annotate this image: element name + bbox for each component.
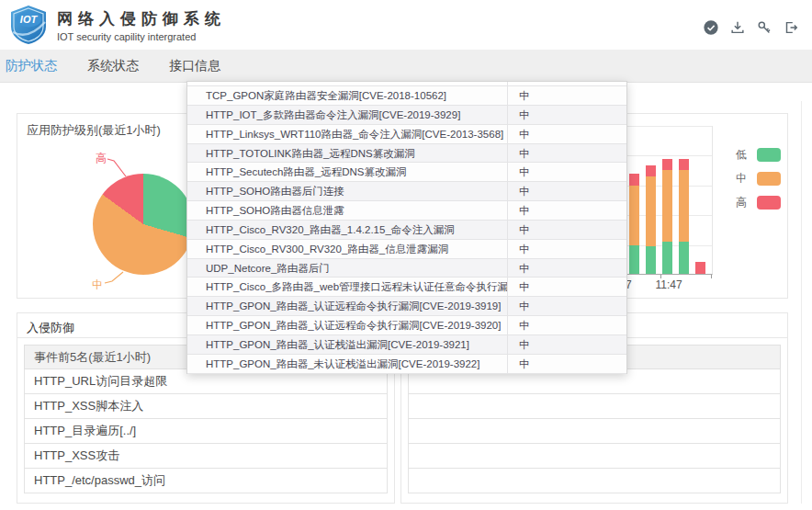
vulnerability-row[interactable]: HTTP_Cisco_RV300_RV320_路由器_信息泄露漏洞 中: [187, 240, 626, 259]
vulnerability-severity: 中: [508, 201, 626, 220]
bar-chart-legend: 低 中 高: [736, 147, 781, 219]
bar-segment-low: [679, 242, 689, 274]
bar-segment-low: [646, 246, 656, 274]
vulnerability-name: HTTP_Cisco_RV300_RV320_路由器_信息泄露漏洞: [187, 240, 508, 258]
vulnerability-severity: 中: [508, 278, 626, 296]
vulnerability-severity: 中: [508, 259, 626, 278]
legend-item[interactable]: 高: [736, 195, 781, 210]
x-axis-label: 11:47: [653, 278, 684, 291]
legend-swatch-icon: [757, 196, 781, 210]
vulnerability-row[interactable]: HTTP_GPON_路由器_认证远程命令执行漏洞[CVE-2019-3919] …: [187, 297, 626, 316]
panel-title: 入侵防御: [27, 320, 74, 336]
pie-label-mid: 中: [92, 278, 103, 293]
vulnerability-severity: 中: [508, 163, 626, 181]
vulnerability-severity: 中: [508, 221, 626, 239]
vulnerability-name: HTTP_GPON_路由器_认证远程命令执行漏洞[CVE-2019-3920]: [187, 316, 508, 334]
vulnerability-name: HTTP_TOTOLINK路由器_远程DNS篡改漏洞: [187, 144, 508, 163]
app-header: IOT 网络入侵防御系统 IOT security capility inter…: [0, 0, 812, 50]
stacked-bar: [695, 262, 705, 274]
vulnerability-name: UDP_Netcore_路由器后门: [187, 259, 508, 278]
key-icon[interactable]: [756, 19, 773, 36]
vulnerability-severity: 中: [508, 125, 626, 143]
nav-tab[interactable]: 系统状态: [87, 58, 139, 74]
stacked-bar: [629, 174, 639, 274]
legend-item[interactable]: 低: [736, 147, 781, 163]
table-body: [408, 369, 781, 493]
dropdown-rows: TCP_GPON家庭路由器安全漏洞[CVE-2018-10562] 中 HTTP…: [187, 86, 626, 374]
event-row: HTTP_/etc/passwd_访问: [24, 469, 388, 493]
legend-label: 中: [736, 171, 750, 187]
event-row-empty: [408, 469, 781, 493]
vulnerability-name: HTTP_Cisco_RV320_路由器_1.4.2.15_命令注入漏洞: [187, 221, 508, 239]
vulnerability-name: HTTP_Linksys_WRT110路由器_命令注入漏洞[CVE-2013-3…: [187, 125, 508, 143]
bar-segment-high: [646, 165, 656, 176]
event-row-empty: [408, 419, 781, 444]
legend-label: 低: [736, 147, 750, 163]
vulnerability-row[interactable]: HTTP_SOHO路由器信息泄露 中: [187, 201, 626, 221]
vulnerability-name: HTTP_GPON_路由器_认证远程命令执行漏洞[CVE-2019-3919]: [187, 297, 508, 315]
vulnerability-name: HTTP_GPON_路由器_未认证栈溢出漏洞[CVE-2019-3922]: [187, 355, 508, 373]
legend-swatch-icon: [757, 148, 781, 162]
x-axis-tick: [711, 275, 712, 278]
vulnerability-severity: 中: [508, 355, 626, 373]
app-subtitle: IOT security capility intergrated: [57, 31, 226, 42]
vulnerability-name: HTTP_SOHO路由器信息泄露: [187, 201, 508, 220]
legend-item[interactable]: 中: [736, 171, 781, 187]
vulnerability-row[interactable]: HTTP_Cisco_RV320_路由器_1.4.2.15_命令注入漏洞 中: [187, 221, 626, 240]
vulnerability-row[interactable]: HTTP_GPON_路由器_认证栈溢出漏洞[CVE-2019-3921] 中: [187, 335, 626, 355]
download-icon[interactable]: [729, 19, 746, 36]
header-actions: [703, 19, 799, 36]
vulnerability-severity: 中: [508, 106, 626, 124]
bar-segment-mid: [646, 176, 656, 246]
iot-logo-icon: IOT: [7, 4, 50, 46]
bar-segment-high: [662, 159, 672, 170]
vulnerability-row[interactable]: HTTP_IOT_多款路由器命令注入漏洞[CVE-2019-3929] 中: [187, 106, 626, 125]
legend-label: 高: [736, 195, 750, 210]
vulnerability-row[interactable]: HTTP_GPON_路由器_未认证栈溢出漏洞[CVE-2019-3922] 中: [187, 355, 626, 374]
vulnerability-severity: 中: [508, 86, 626, 105]
pie-label-high: 高: [96, 151, 107, 166]
nav-tab[interactable]: 防护状态: [6, 58, 57, 74]
pie-chart-title: 应用防护级别(最近1小时): [27, 122, 161, 139]
bar-segment-low: [662, 242, 672, 274]
stacked-bar: [646, 165, 656, 274]
nav-tab[interactable]: 接口信息: [169, 58, 220, 74]
stacked-bar: [662, 159, 672, 274]
event-row-empty: [408, 394, 781, 419]
app-title: 网络入侵防御系统: [57, 8, 226, 29]
dashboard-content: 应用防护级别(最近1小时) 高 中 11:37 11:47 低: [0, 83, 812, 510]
vulnerability-row[interactable]: HTTP_Linksys_WRT110路由器_命令注入漏洞[CVE-2013-3…: [187, 125, 626, 144]
event-row: HTTP_目录遍历[../]: [24, 419, 388, 444]
event-row-empty: [408, 444, 781, 469]
vulnerability-name: HTTP_IOT_多款路由器命令注入漏洞[CVE-2019-3929]: [187, 106, 508, 124]
vulnerability-row[interactable]: HTTP_Cisco_多路由器_web管理接口远程未认证任意命令执行漏洞[CVE…: [187, 278, 626, 297]
vulnerability-name: TCP_GPON家庭路由器安全漏洞[CVE-2018-10562]: [187, 86, 508, 105]
pie-chart: [93, 174, 194, 275]
vulnerability-row[interactable]: HTTP_SOHO路由器后门连接 中: [187, 182, 626, 201]
main-nav: 防护状态 系统状态 接口信息: [0, 50, 812, 83]
vulnerability-row[interactable]: TCP_GPON家庭路由器安全漏洞[CVE-2018-10562] 中: [187, 86, 626, 106]
vulnerability-name: HTTP_SOHO路由器后门连接: [187, 182, 508, 200]
stacked-bar: [679, 159, 689, 274]
bar-segment-high: [679, 159, 689, 170]
vulnerability-row[interactable]: HTTP_Secutech路由器_远程DNS篡改漏洞 中: [187, 163, 626, 182]
vulnerability-name: HTTP_Secutech路由器_远程DNS篡改漏洞: [187, 163, 508, 181]
vulnerability-severity: 中: [508, 182, 626, 200]
event-row: HTTP_XSS脚本注入: [24, 394, 388, 419]
bar-segment-mid: [679, 170, 689, 242]
bar-segment-high: [629, 174, 639, 186]
logout-icon[interactable]: [783, 19, 799, 36]
vulnerability-name: HTTP_Cisco_多路由器_web管理接口远程未认证任意命令执行漏洞[CVE…: [187, 278, 508, 296]
event-row: HTTP_XSS攻击: [24, 444, 388, 469]
vulnerability-row[interactable]: UDP_Netcore_路由器后门 中: [187, 259, 626, 278]
vulnerability-row[interactable]: HTTP_TOTOLINK路由器_远程DNS篡改漏洞 中: [187, 144, 626, 164]
legend-swatch-icon: [757, 172, 781, 186]
vulnerability-severity: 中: [508, 144, 626, 163]
vulnerability-row[interactable]: HTTP_GPON_路由器_认证远程命令执行漏洞[CVE-2019-3920] …: [187, 316, 626, 335]
bar-segment-high: [695, 262, 705, 274]
app-title-block: 网络入侵防御系统 IOT security capility intergrat…: [57, 8, 226, 42]
vulnerability-severity: 中: [508, 297, 626, 315]
bar-chart-bars: [629, 159, 705, 274]
check-circle-icon[interactable]: [703, 19, 719, 36]
bar-segment-mid: [662, 170, 672, 242]
